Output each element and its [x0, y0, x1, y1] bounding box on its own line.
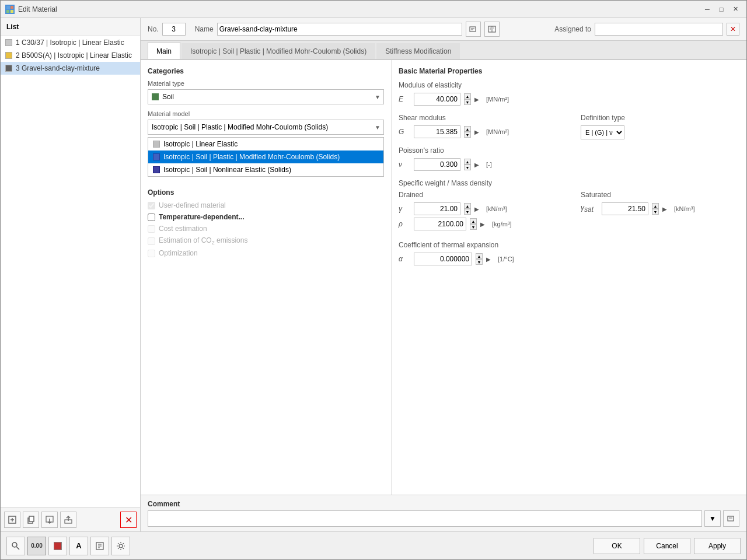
e-input[interactable] [414, 93, 460, 106]
clear-assigned-button[interactable]: ✕ [727, 23, 739, 36]
rho-up[interactable]: ▲ [470, 218, 477, 224]
import-button[interactable] [41, 512, 58, 528]
material-item-1[interactable]: 1 C30/37 | Isotropic | Linear Elastic [1, 36, 140, 49]
list-footer: ✕ [1, 508, 140, 531]
gammasat-symbol: γsat [581, 204, 598, 214]
calc-tool-button[interactable] [90, 537, 109, 555]
nu-spinner: ▲ ▼ [464, 159, 471, 170]
value-tool-button[interactable]: 0.00 [27, 537, 46, 555]
titlebar: Edit Material ─ □ ✕ [1, 1, 746, 18]
no-input[interactable] [162, 23, 186, 36]
book-button[interactable] [484, 22, 500, 37]
alpha-down[interactable]: ▼ [476, 259, 483, 265]
gammasat-up[interactable]: ▲ [652, 203, 659, 209]
material-label-1: 1 C30/37 | Isotropic | Linear Elastic [16, 38, 124, 47]
svg-rect-0 [6, 6, 10, 9]
properties-panel: Basic Material Properties Modulus of ela… [392, 60, 746, 495]
material-item-3[interactable]: 3 Gravel-sand-clay-mixture [1, 62, 140, 75]
model-option-2[interactable]: Isotropic | Soil | Plastic | Modified Mo… [148, 150, 383, 163]
co2-checkbox[interactable] [148, 237, 155, 245]
gamma-up[interactable]: ▲ [464, 203, 471, 209]
user-defined-checkbox[interactable] [148, 202, 155, 209]
g-down[interactable]: ▼ [464, 132, 471, 138]
user-defined-label: User-defined material [159, 201, 226, 209]
search-tool-button[interactable] [6, 537, 25, 555]
comment-edit-button[interactable] [723, 510, 739, 527]
nu-input[interactable] [414, 158, 460, 171]
gammasat-down[interactable]: ▼ [652, 209, 659, 215]
temperature-label[interactable]: Temperature-dependent... [159, 213, 244, 221]
nu-arrow: ▶ [474, 162, 483, 168]
rho-row: ρ ▲ ▼ ▶ [kg/m³] [399, 218, 557, 230]
shear-label: Shear modulus [399, 114, 557, 122]
cancel-button[interactable]: Cancel [644, 538, 690, 554]
assigned-group: Assigned to ✕ [554, 23, 739, 36]
weight-label: Specific weight / Mass density [399, 179, 739, 187]
temperature-checkbox[interactable] [148, 214, 155, 221]
tab-isotropic[interactable]: Isotropic | Soil | Plastic | Modified Mo… [181, 43, 375, 59]
svg-rect-1 [11, 6, 13, 9]
maximize-button[interactable]: □ [715, 3, 728, 16]
assigned-input[interactable] [595, 23, 723, 36]
opt-color-3 [153, 166, 160, 173]
model-option-1[interactable]: Isotropic | Linear Elastic [148, 138, 383, 150]
edit-name-button[interactable] [466, 22, 481, 37]
color-tool-button[interactable] [48, 537, 67, 555]
apply-button[interactable]: Apply [694, 538, 741, 554]
e-down[interactable]: ▼ [464, 99, 471, 105]
cost-checkbox[interactable] [148, 225, 155, 233]
material-item-2[interactable]: 2 B500S(A) | Isotropic | Linear Elastic [1, 49, 140, 62]
option-optimization: Optimization [148, 249, 384, 257]
delete-material-button[interactable]: ✕ [120, 512, 137, 528]
rho-symbol: ρ [399, 220, 410, 228]
optimization-checkbox[interactable] [148, 250, 155, 257]
rho-input[interactable] [414, 218, 466, 230]
g-input[interactable] [414, 125, 460, 138]
material-model-value[interactable]: Isotropic | Soil | Plastic | Modified Mo… [148, 120, 384, 135]
settings-tool-button[interactable] [111, 537, 130, 555]
tab-bar: Main Isotropic | Soil | Plastic | Modifi… [141, 41, 746, 60]
minimize-button[interactable]: ─ [701, 3, 714, 16]
tab-stiffness[interactable]: Stiffness Modification [376, 43, 460, 59]
gamma-arrow: ▶ [474, 206, 483, 212]
g-up[interactable]: ▲ [464, 126, 471, 132]
categories-title: Categories [148, 67, 384, 75]
material-type-value[interactable]: Soil ▼ [148, 89, 384, 104]
comment-area: Comment ▼ [141, 495, 746, 531]
saturated-label: Saturated [581, 191, 739, 199]
new-material-button[interactable] [4, 512, 20, 528]
e-up[interactable]: ▲ [464, 93, 471, 99]
model-option-3[interactable]: Isotropic | Soil | Nonlinear Elastic (So… [148, 163, 383, 176]
opt-color-1 [153, 141, 160, 148]
material-type-label: Material type [148, 80, 384, 87]
gamma-input[interactable] [414, 202, 460, 215]
alpha-spinner: ▲ ▼ [476, 253, 483, 265]
copy-material-button[interactable] [23, 512, 39, 528]
rho-down[interactable]: ▼ [470, 224, 477, 230]
gammasat-input[interactable] [602, 202, 648, 215]
name-label: Name [195, 25, 214, 33]
ok-button[interactable]: OK [594, 538, 640, 554]
comment-dropdown-button[interactable]: ▼ [704, 510, 721, 527]
rho-unit: [kg/m³] [492, 220, 512, 228]
material-label-2: 2 B500S(A) | Isotropic | Linear Elastic [16, 51, 132, 60]
nu-up[interactable]: ▲ [464, 159, 471, 164]
gamma-down[interactable]: ▼ [464, 209, 471, 215]
material-type-dropdown[interactable]: Soil ▼ [148, 89, 384, 104]
alpha-up[interactable]: ▲ [476, 253, 483, 259]
titlebar-controls: ─ □ ✕ [701, 3, 742, 16]
nu-down[interactable]: ▼ [464, 164, 471, 170]
co2-label: Estimation of CO2 emissions [159, 236, 247, 246]
comment-input[interactable] [148, 510, 702, 527]
close-button[interactable]: ✕ [729, 3, 742, 16]
alpha-arrow: ▶ [486, 256, 494, 262]
export-button[interactable] [60, 512, 76, 528]
def-type-select[interactable]: E | (G) | ν [581, 125, 624, 139]
text-tool-button[interactable]: A [69, 537, 88, 555]
name-input[interactable] [217, 23, 462, 36]
alpha-input[interactable] [414, 253, 472, 265]
tab-main[interactable]: Main [148, 42, 180, 59]
gamma-symbol: γ [399, 205, 410, 213]
categories-panel: Categories Material type Soil ▼ [141, 60, 392, 495]
gamma-row: γ ▲ ▼ ▶ [kN/m³] [399, 202, 557, 215]
